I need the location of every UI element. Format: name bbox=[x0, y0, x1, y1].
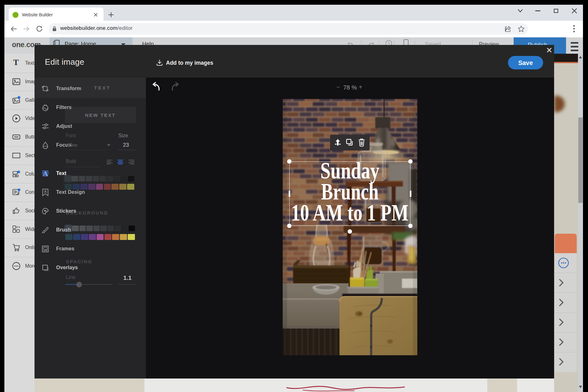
svg-text:T: T bbox=[13, 59, 19, 67]
svg-text:A: A bbox=[44, 189, 47, 194]
svg-text:A: A bbox=[43, 170, 48, 177]
